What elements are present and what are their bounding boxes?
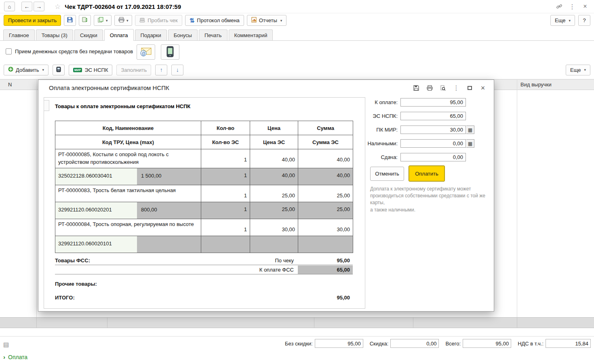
item-sum-cell[interactable]: 30,00 [298, 219, 353, 236]
item-qty-cell[interactable]: 1 [201, 185, 250, 202]
save-post-button[interactable] [79, 15, 91, 26]
cert-sum-cell[interactable]: 25,00 [298, 202, 353, 219]
favorite-icon[interactable]: ☆ [55, 2, 61, 11]
add-button[interactable]: Добавить ▾ [4, 65, 48, 75]
column-n-header[interactable]: N [0, 79, 36, 90]
cert-qty-cell[interactable]: 1 [201, 202, 250, 219]
no-discount-input[interactable]: 95,00 [315, 339, 363, 348]
list-more-button[interactable]: Еще▾ [566, 65, 590, 75]
cash-label: Наличными: [367, 140, 398, 146]
more-button[interactable]: Еще▾ [550, 15, 575, 26]
tru-code-cell[interactable]: 329921120.060020101 [55, 236, 201, 253]
payment-section-link[interactable]: › Оплата [3, 354, 27, 360]
item-price-cell[interactable]: 25,00 [250, 185, 298, 202]
exchange-protocol-button[interactable]: ⇅ Протокол обмена [185, 15, 244, 26]
item-price-cell[interactable]: 40,00 [250, 149, 298, 168]
total-input[interactable]: 95,00 [463, 339, 511, 348]
cert-qty-cell[interactable] [201, 236, 250, 253]
move-down-button[interactable]: ↓ [171, 65, 183, 75]
es-nspk-button[interactable]: МИР ЭС НСПК [69, 65, 112, 75]
item-qty-cell[interactable]: 1 [201, 219, 250, 236]
close-window-icon[interactable]: × [580, 2, 590, 11]
change-input[interactable]: 0,00 [400, 153, 466, 161]
tab-glavnoe[interactable]: Главное [3, 29, 35, 40]
item-sum-cell[interactable]: 25,00 [298, 185, 353, 202]
home-button[interactable]: ⌂ [4, 2, 15, 11]
certificate-row[interactable]: 329921120.060020201800,00125,0025,00 [55, 202, 353, 219]
post-and-close-button[interactable]: Провести и закрыть [4, 15, 61, 26]
forward-button[interactable]: → [34, 2, 44, 11]
item-row[interactable]: РТ-00000084, Трость опорная, регулируема… [55, 219, 353, 236]
tab-kommentariy[interactable]: Комментарий [229, 29, 273, 40]
by-check-label: По чеку [275, 257, 294, 264]
print-receipt-button[interactable]: Пробить чек [135, 15, 182, 26]
forward-icon: → [36, 3, 42, 10]
dialog-preview-icon[interactable] [438, 84, 447, 92]
move-up-button[interactable]: ↑ [155, 65, 167, 75]
no-goods-checkbox[interactable] [6, 48, 12, 54]
dialog-maximize-icon[interactable] [465, 84, 474, 92]
cash-input[interactable]: 0,00 [400, 139, 466, 148]
item-price-cell[interactable]: 30,00 [250, 219, 298, 236]
change-label: Сдача: [381, 154, 398, 160]
send-email-button[interactable]: @ [137, 44, 155, 60]
payment-note-line2: а также наличными. [370, 207, 490, 213]
pk-mir-calculator-button[interactable]: ▦ [466, 126, 474, 134]
es-nspk-field-row: ЭС НСПК:65,00 [327, 112, 466, 120]
reports-button[interactable]: Отчеты ▾ [247, 15, 286, 26]
fill-button[interactable]: Заполнить [116, 65, 151, 75]
save-copy-button[interactable]: ▾ [94, 15, 112, 26]
cert-sum-cell[interactable] [298, 236, 353, 253]
dialog-save-icon[interactable] [412, 84, 421, 92]
print-button[interactable]: ▾ [114, 15, 132, 26]
tab-oplata[interactable]: Оплата [104, 29, 134, 41]
certificate-row[interactable]: 329921120.060020101 [55, 236, 353, 253]
tru-code-cell[interactable]: 325022128.0600304011 500,00 [55, 168, 201, 185]
cert-qty-cell[interactable]: 1 [201, 168, 250, 185]
help-button[interactable]: ? [578, 15, 590, 26]
cert-price-cell[interactable]: 25,00 [250, 202, 298, 219]
status-list-icon[interactable]: ▤ [3, 341, 9, 348]
link-icon[interactable] [554, 2, 564, 11]
fill-label: Заполнить [121, 67, 147, 73]
tab-podarki[interactable]: Подарки [135, 29, 167, 40]
item-name-cell[interactable]: РТ-00000084, Трость опорная, регулируема… [55, 219, 201, 236]
grid-column-divider [36, 79, 37, 328]
cancel-button[interactable]: Отменить [370, 167, 404, 181]
tab-bonusy[interactable]: Бонусы [168, 29, 198, 40]
cert-table-body: РТ-00000085, Костыли с опорой под локоть… [55, 149, 353, 253]
dialog-close-icon[interactable]: × [478, 84, 487, 92]
pay-button[interactable]: Оплатить [409, 165, 445, 182]
column-revenue-header[interactable]: Вид выручки [520, 79, 552, 90]
menu-kebab-icon[interactable]: ⋮ [567, 2, 577, 11]
discount-input[interactable]: 0,00 [390, 339, 439, 348]
item-qty-cell[interactable]: 1 [201, 149, 250, 168]
tab-skidki[interactable]: Скидки [74, 29, 103, 40]
item-row[interactable]: РТ-00000085, Костыли с опорой под локоть… [55, 149, 353, 168]
pk-mir-field-row: ПК МИР:30,00▦ [327, 126, 466, 134]
tab-tovary[interactable]: Товары (3) [36, 29, 73, 40]
tru-code-cell[interactable]: 329921120.060020201800,00 [55, 202, 201, 219]
cert-price-cell[interactable] [250, 236, 298, 253]
to-pay-input[interactable]: 95,00 [400, 98, 466, 107]
tab-pechat[interactable]: Печать [199, 29, 227, 40]
es-nspk-input[interactable]: 65,00 [400, 112, 466, 120]
dialog-print-icon[interactable] [425, 84, 434, 92]
dialog-menu-kebab-icon[interactable]: ⋮ [452, 84, 461, 92]
save-button[interactable] [64, 15, 76, 26]
item-name-cell[interactable]: РТ-00000083, Трость белая тактильная цел… [55, 185, 201, 202]
cash-calculator-button[interactable]: ▦ [466, 139, 474, 148]
back-button[interactable]: ← [21, 2, 32, 11]
payments-grid-footer-row[interactable] [0, 317, 594, 328]
cert-sum-cell[interactable]: 40,00 [298, 168, 353, 185]
certificate-row[interactable]: 325022128.0600304011 500,00140,0040,00 [55, 168, 353, 185]
cert-items-panel: Товары к оплате электронным сертификатом… [44, 97, 365, 309]
no-goods-checkbox-label[interactable]: Прием денежных средств без передачи това… [15, 48, 133, 54]
cert-price-cell[interactable]: 40,00 [250, 168, 298, 185]
send-sms-button[interactable] [161, 44, 179, 60]
vat-input[interactable]: 15,84 [546, 339, 591, 348]
item-row[interactable]: РТ-00000083, Трость белая тактильная цел… [55, 185, 353, 202]
card-reader-button[interactable] [53, 65, 65, 75]
item-name-cell[interactable]: РТ-00000085, Костыли с опорой под локоть… [55, 149, 201, 168]
pk-mir-input[interactable]: 30,00 [400, 126, 466, 134]
